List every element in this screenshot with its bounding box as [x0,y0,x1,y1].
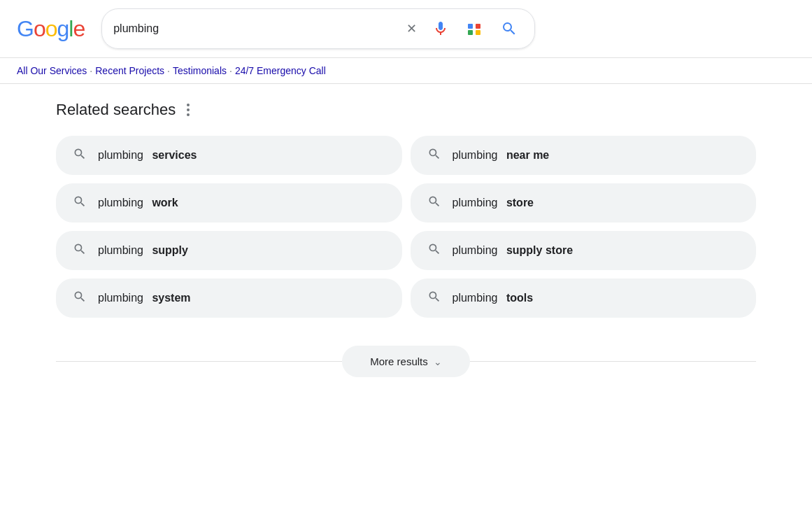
camera-icon[interactable] [462,16,487,41]
related-item-text: plumbing work [98,197,178,209]
sitelink-sep-2: · [167,65,170,76]
svg-rect-3 [476,30,480,35]
chevron-down-icon: ⌄ [434,356,442,367]
related-item-plumbing-services[interactable]: plumbing services [56,136,402,175]
related-item-plumbing-tools[interactable]: plumbing tools [411,278,757,318]
related-item-text: plumbing supply store [453,244,574,257]
main-content: Related searches plumbing services plumb… [0,84,812,394]
more-options-icon[interactable] [184,101,192,119]
sitelink-sep-1: · [90,65,92,76]
svg-rect-2 [468,30,473,35]
related-item-plumbing-work[interactable]: plumbing work [56,183,402,223]
related-item-text: plumbing supply [98,244,188,257]
search-input[interactable] [113,22,401,35]
clear-icon[interactable]: ✕ [406,21,417,36]
search-icon [73,147,87,164]
more-results-line-right [470,361,756,362]
search-icon [427,242,441,259]
more-results-button[interactable]: More results ⌄ [342,346,470,377]
svg-rect-0 [468,24,473,29]
sitelink-emergency-call[interactable]: 24/7 Emergency Call [235,65,326,76]
search-icon [427,147,441,164]
related-item-text: plumbing tools [453,292,534,304]
related-item-plumbing-supply-store[interactable]: plumbing supply store [411,231,757,270]
google-logo: Google [17,16,85,42]
search-icon [73,195,87,211]
svg-rect-1 [476,24,480,29]
related-item-text: plumbing services [98,149,197,162]
sitelink-sep-3: · [229,65,232,76]
related-searches-title: Related searches [56,101,176,119]
sitelink-testimonials[interactable]: Testimonials [173,65,227,76]
sitelink-all-our-services[interactable]: All Our Services [17,65,87,76]
search-icon [427,290,441,306]
microphone-icon[interactable] [428,16,453,41]
related-item-plumbing-system[interactable]: plumbing system [56,278,402,318]
search-icon [73,290,87,306]
more-results-label: More results [370,355,428,367]
sitelinks-bar: All Our Services · Recent Projects · Tes… [0,58,812,84]
related-searches-header: Related searches [56,101,756,119]
related-item-text: plumbing near me [453,149,550,162]
related-item-text: plumbing system [98,292,191,304]
search-icon [73,242,87,259]
search-icon [427,195,441,211]
related-item-plumbing-supply[interactable]: plumbing supply [56,231,402,270]
related-item-plumbing-store[interactable]: plumbing store [411,183,757,223]
related-item-plumbing-near-me[interactable]: plumbing near me [411,136,757,175]
related-searches-grid: plumbing services plumbing near me plumb… [56,136,756,318]
sitelink-recent-projects[interactable]: Recent Projects [95,65,164,76]
search-action-icons [428,15,523,43]
search-button[interactable] [495,15,523,43]
header: Google ✕ [0,0,812,58]
more-results-container: More results ⌄ [56,346,756,377]
more-results-line-left [56,361,342,362]
related-item-text: plumbing store [453,197,534,209]
search-bar: ✕ [101,8,535,49]
